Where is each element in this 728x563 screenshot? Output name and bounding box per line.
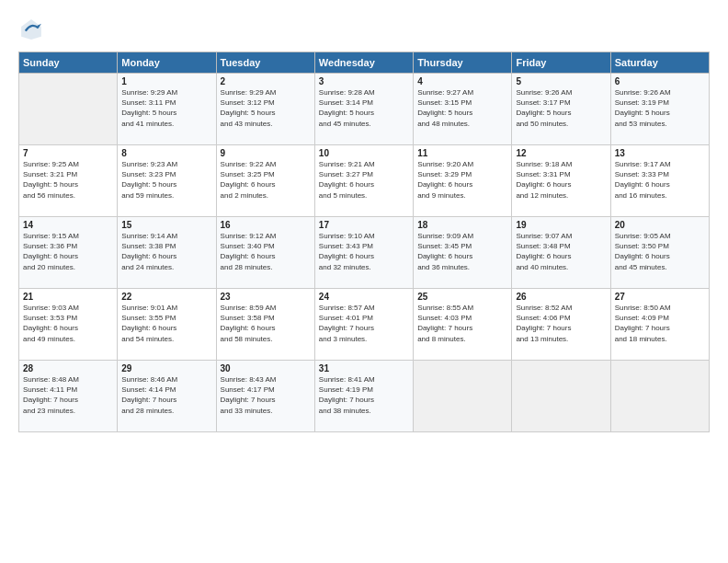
day-info: Sunrise: 8:59 AMSunset: 3:58 PMDaylight:… xyxy=(221,303,311,344)
day-cell xyxy=(512,361,610,432)
day-number: 20 xyxy=(615,220,705,230)
day-cell: 28Sunrise: 8:48 AMSunset: 4:11 PMDayligh… xyxy=(19,361,118,432)
week-row-4: 28Sunrise: 8:48 AMSunset: 4:11 PMDayligh… xyxy=(19,361,710,432)
day-info: Sunrise: 9:23 AMSunset: 3:23 PMDaylight:… xyxy=(121,159,211,201)
header-row: SundayMondayTuesdayWednesdayThursdayFrid… xyxy=(19,52,710,74)
day-cell: 10Sunrise: 9:21 AMSunset: 3:27 PMDayligh… xyxy=(314,145,413,217)
day-info: Sunrise: 9:15 AMSunset: 3:36 PMDaylight:… xyxy=(23,231,113,272)
day-info: Sunrise: 9:17 AMSunset: 3:33 PMDaylight:… xyxy=(615,159,705,201)
day-number: 19 xyxy=(516,220,606,230)
day-info: Sunrise: 8:57 AMSunset: 4:01 PMDaylight:… xyxy=(319,303,409,344)
day-cell: 4Sunrise: 9:27 AMSunset: 3:15 PMDaylight… xyxy=(414,74,512,145)
day-info: Sunrise: 9:01 AMSunset: 3:55 PMDaylight:… xyxy=(121,303,211,344)
day-number: 4 xyxy=(417,76,507,86)
day-cell: 26Sunrise: 8:52 AMSunset: 4:06 PMDayligh… xyxy=(512,289,610,361)
week-row-3: 21Sunrise: 9:03 AMSunset: 3:53 PMDayligh… xyxy=(19,289,710,361)
day-cell: 8Sunrise: 9:23 AMSunset: 3:23 PMDaylight… xyxy=(118,145,216,217)
day-info: Sunrise: 9:09 AMSunset: 3:45 PMDaylight:… xyxy=(417,231,507,272)
day-number: 8 xyxy=(121,148,211,158)
day-cell: 11Sunrise: 9:20 AMSunset: 3:29 PMDayligh… xyxy=(414,145,512,217)
day-cell: 2Sunrise: 9:29 AMSunset: 3:12 PMDaylight… xyxy=(216,74,314,145)
week-row-0: 1Sunrise: 9:29 AMSunset: 3:11 PMDaylight… xyxy=(19,74,710,145)
day-info: Sunrise: 9:03 AMSunset: 3:53 PMDaylight:… xyxy=(23,303,113,344)
day-info: Sunrise: 8:46 AMSunset: 4:14 PMDaylight:… xyxy=(121,374,211,416)
day-cell: 5Sunrise: 9:26 AMSunset: 3:17 PMDaylight… xyxy=(512,74,610,145)
day-number: 23 xyxy=(221,292,311,302)
day-number: 7 xyxy=(23,148,113,158)
day-number: 29 xyxy=(121,363,211,373)
day-number: 30 xyxy=(221,363,311,373)
day-info: Sunrise: 9:21 AMSunset: 3:27 PMDaylight:… xyxy=(319,159,409,201)
day-info: Sunrise: 9:29 AMSunset: 3:12 PMDaylight:… xyxy=(221,87,311,129)
page: SundayMondayTuesdayWednesdayThursdayFrid… xyxy=(0,0,728,563)
week-row-2: 14Sunrise: 9:15 AMSunset: 3:36 PMDayligh… xyxy=(19,217,710,289)
day-info: Sunrise: 9:20 AMSunset: 3:29 PMDaylight:… xyxy=(417,159,507,201)
logo xyxy=(18,17,48,42)
day-number: 17 xyxy=(319,220,409,230)
col-header-friday: Friday xyxy=(512,52,610,74)
day-cell: 17Sunrise: 9:10 AMSunset: 3:43 PMDayligh… xyxy=(314,217,413,289)
day-cell: 15Sunrise: 9:14 AMSunset: 3:38 PMDayligh… xyxy=(118,217,216,289)
day-number: 1 xyxy=(121,76,211,86)
week-row-1: 7Sunrise: 9:25 AMSunset: 3:21 PMDaylight… xyxy=(19,145,710,217)
day-cell: 16Sunrise: 9:12 AMSunset: 3:40 PMDayligh… xyxy=(216,217,314,289)
day-number: 16 xyxy=(221,220,311,230)
day-info: Sunrise: 9:18 AMSunset: 3:31 PMDaylight:… xyxy=(516,159,606,201)
day-cell: 31Sunrise: 8:41 AMSunset: 4:19 PMDayligh… xyxy=(314,361,413,432)
day-info: Sunrise: 8:55 AMSunset: 4:03 PMDaylight:… xyxy=(417,303,507,344)
day-info: Sunrise: 8:50 AMSunset: 4:09 PMDaylight:… xyxy=(615,303,705,344)
day-cell xyxy=(610,361,709,432)
day-cell: 27Sunrise: 8:50 AMSunset: 4:09 PMDayligh… xyxy=(610,289,709,361)
day-number: 9 xyxy=(221,148,311,158)
day-number: 11 xyxy=(417,148,507,158)
col-header-monday: Monday xyxy=(118,52,216,74)
day-number: 21 xyxy=(23,292,113,302)
day-cell: 30Sunrise: 8:43 AMSunset: 4:17 PMDayligh… xyxy=(216,361,314,432)
day-cell: 29Sunrise: 8:46 AMSunset: 4:14 PMDayligh… xyxy=(118,361,216,432)
day-cell: 25Sunrise: 8:55 AMSunset: 4:03 PMDayligh… xyxy=(414,289,512,361)
day-number: 24 xyxy=(319,292,409,302)
day-info: Sunrise: 9:14 AMSunset: 3:38 PMDaylight:… xyxy=(121,231,211,272)
day-info: Sunrise: 9:07 AMSunset: 3:48 PMDaylight:… xyxy=(516,231,606,272)
day-number: 12 xyxy=(516,148,606,158)
day-cell: 3Sunrise: 9:28 AMSunset: 3:14 PMDaylight… xyxy=(314,74,413,145)
day-cell: 14Sunrise: 9:15 AMSunset: 3:36 PMDayligh… xyxy=(19,217,118,289)
col-header-thursday: Thursday xyxy=(414,52,512,74)
day-info: Sunrise: 9:29 AMSunset: 3:11 PMDaylight:… xyxy=(121,87,211,129)
col-header-wednesday: Wednesday xyxy=(314,52,413,74)
day-cell: 20Sunrise: 9:05 AMSunset: 3:50 PMDayligh… xyxy=(610,217,709,289)
day-cell: 19Sunrise: 9:07 AMSunset: 3:48 PMDayligh… xyxy=(512,217,610,289)
day-number: 5 xyxy=(516,76,606,86)
day-info: Sunrise: 8:52 AMSunset: 4:06 PMDaylight:… xyxy=(516,303,606,344)
day-info: Sunrise: 9:26 AMSunset: 3:17 PMDaylight:… xyxy=(516,87,606,129)
col-header-saturday: Saturday xyxy=(610,52,709,74)
day-number: 22 xyxy=(121,292,211,302)
day-info: Sunrise: 9:28 AMSunset: 3:14 PMDaylight:… xyxy=(319,87,409,129)
day-number: 26 xyxy=(516,292,606,302)
day-number: 14 xyxy=(23,220,113,230)
logo-icon xyxy=(18,17,44,42)
day-cell: 9Sunrise: 9:22 AMSunset: 3:25 PMDaylight… xyxy=(216,145,314,217)
day-cell: 21Sunrise: 9:03 AMSunset: 3:53 PMDayligh… xyxy=(19,289,118,361)
day-info: Sunrise: 9:10 AMSunset: 3:43 PMDaylight:… xyxy=(319,231,409,272)
day-number: 28 xyxy=(23,363,113,373)
day-cell: 12Sunrise: 9:18 AMSunset: 3:31 PMDayligh… xyxy=(512,145,610,217)
day-cell: 18Sunrise: 9:09 AMSunset: 3:45 PMDayligh… xyxy=(414,217,512,289)
day-number: 31 xyxy=(319,363,409,373)
day-cell: 13Sunrise: 9:17 AMSunset: 3:33 PMDayligh… xyxy=(610,145,709,217)
day-info: Sunrise: 8:41 AMSunset: 4:19 PMDaylight:… xyxy=(319,374,409,416)
day-info: Sunrise: 9:25 AMSunset: 3:21 PMDaylight:… xyxy=(23,159,113,201)
calendar-table: SundayMondayTuesdayWednesdayThursdayFrid… xyxy=(18,52,710,432)
day-number: 13 xyxy=(615,148,705,158)
day-info: Sunrise: 9:27 AMSunset: 3:15 PMDaylight:… xyxy=(417,87,507,129)
day-info: Sunrise: 9:12 AMSunset: 3:40 PMDaylight:… xyxy=(221,231,311,272)
day-info: Sunrise: 8:43 AMSunset: 4:17 PMDaylight:… xyxy=(221,374,311,416)
day-cell: 1Sunrise: 9:29 AMSunset: 3:11 PMDaylight… xyxy=(118,74,216,145)
header xyxy=(18,17,710,42)
day-info: Sunrise: 9:05 AMSunset: 3:50 PMDaylight:… xyxy=(615,231,705,272)
day-number: 18 xyxy=(417,220,507,230)
day-info: Sunrise: 9:26 AMSunset: 3:19 PMDaylight:… xyxy=(615,87,705,129)
day-cell: 23Sunrise: 8:59 AMSunset: 3:58 PMDayligh… xyxy=(216,289,314,361)
day-number: 2 xyxy=(221,76,311,86)
day-info: Sunrise: 9:22 AMSunset: 3:25 PMDaylight:… xyxy=(221,159,311,201)
